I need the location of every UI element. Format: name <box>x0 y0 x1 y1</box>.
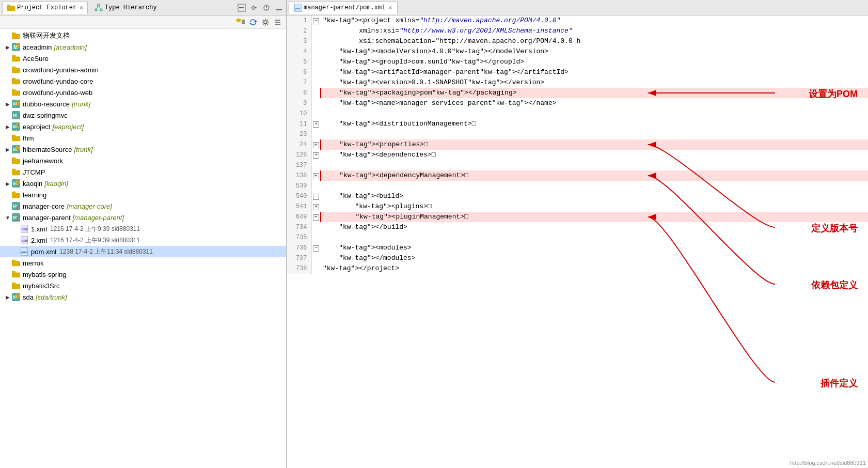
list-item[interactable]: crowdfund-yundao-admin <box>0 64 286 75</box>
collapse-all-button[interactable] <box>236 3 247 13</box>
line-gutter[interactable]: − <box>311 243 321 253</box>
line-gutter[interactable]: + <box>311 119 321 129</box>
line-number: 735 <box>287 232 311 243</box>
svg-line-6 <box>99 6 101 9</box>
pom-file-icon: pom <box>20 247 29 256</box>
line-gutter[interactable] <box>311 222 321 232</box>
line-gutter[interactable] <box>311 67 321 77</box>
expand-button[interactable]: + <box>313 173 319 179</box>
left-panel: Project Explorer ✕ Type Hierarchy <box>0 0 287 468</box>
view-menu-button[interactable] <box>261 3 272 13</box>
line-gutter[interactable]: + <box>311 201 321 212</box>
list-item[interactable]: xml 2.xml 1216 17-4-2 上午9:39 sld880311 <box>0 235 286 246</box>
line-gutter[interactable] <box>311 232 321 243</box>
sync-button[interactable] <box>248 17 258 27</box>
tree-item-label: mybatis3Src <box>23 282 60 290</box>
code-line-541: 541+ "kw-tag"><plugins>□ <box>287 201 868 212</box>
list-item[interactable]: mybatis3Src <box>0 280 286 291</box>
expand-button[interactable]: + <box>313 121 319 128</box>
list-item[interactable]: ▶ M kaoqin [kaoqin] <box>0 178 286 189</box>
list-item[interactable]: ▶ M hibernateSource [trunk] <box>0 144 286 155</box>
line-gutter[interactable] <box>311 263 321 274</box>
line-content: "kw-tag"><plugins>□ <box>321 201 868 212</box>
list-item[interactable]: ▶ M aceadmin [aceadmin] <box>0 41 286 53</box>
line-gutter[interactable]: + <box>311 150 321 160</box>
editor-content[interactable]: 1−"kw-tag"><project xmlns="http://maven.… <box>287 15 868 468</box>
link-editor-button[interactable] <box>249 3 259 13</box>
list-item[interactable]: fhm <box>0 132 286 144</box>
line-gutter[interactable]: + <box>311 139 321 150</box>
list-item[interactable]: JTCMP <box>0 166 286 178</box>
minimize-button[interactable] <box>274 3 284 13</box>
expand-button[interactable]: + <box>313 204 319 210</box>
list-item[interactable]: crowdfund-yundao-core <box>0 75 286 87</box>
svg-rect-16 <box>236 20 238 22</box>
line-content: "kw-tag"><build> <box>321 191 868 201</box>
list-item[interactable]: ▼ M manager-parent [manager-parent] <box>0 212 286 223</box>
line-content: "kw-tag"><distributionManagement>□ <box>321 119 868 129</box>
annotation-text-dep: 依赖包定义 <box>811 279 858 291</box>
collapse-tree-button[interactable] <box>235 17 246 27</box>
line-gutter[interactable]: + <box>311 212 321 222</box>
list-item[interactable]: ▶ M eaproject [eaproject] <box>0 121 286 132</box>
project-icon: M <box>11 100 21 108</box>
line-gutter[interactable] <box>311 77 321 88</box>
line-gutter[interactable] <box>311 108 321 119</box>
line-gutter[interactable] <box>311 46 321 57</box>
tab-project-explorer[interactable]: Project Explorer ✕ <box>2 2 88 14</box>
expand-button[interactable]: + <box>313 214 319 221</box>
line-gutter[interactable] <box>311 57 321 67</box>
editor-tab-pom[interactable]: pom manager-parent/pom.xml ✕ <box>289 2 398 14</box>
line-gutter[interactable] <box>311 88 321 98</box>
tab-type-hierarchy[interactable]: Type Hierarchy <box>90 2 162 14</box>
line-gutter[interactable] <box>311 181 321 191</box>
collapse-button[interactable]: − <box>313 245 319 252</box>
line-gutter[interactable] <box>311 253 321 263</box>
line-content <box>321 108 868 119</box>
list-item[interactable]: jeeframework <box>0 155 286 166</box>
list-item[interactable]: crowdfund-yundao-web <box>0 87 286 98</box>
line-gutter[interactable]: + <box>311 170 321 181</box>
list-item[interactable]: ▶ M sda [sda/trunk] <box>0 291 286 303</box>
svg-point-3 <box>95 9 97 11</box>
list-item[interactable]: mybatis-spring <box>0 269 286 280</box>
list-item[interactable]: 物联网开发文档 <box>0 30 286 41</box>
code-line-10: 10 <box>287 108 868 119</box>
line-number: 9 <box>287 98 311 108</box>
list-item[interactable]: learning <box>0 189 286 200</box>
menu-button[interactable] <box>273 17 283 27</box>
code-line-735: 735 <box>287 232 868 243</box>
line-gutter[interactable] <box>311 36 321 46</box>
settings-button[interactable] <box>260 17 271 27</box>
editor-tab-label: manager-parent/pom.xml <box>304 4 385 11</box>
list-item[interactable]: ▶ M dubbo-resource [trunk] <box>0 98 286 110</box>
svg-rect-63 <box>12 192 15 194</box>
list-item[interactable]: AceSure <box>0 53 286 64</box>
line-gutter[interactable]: − <box>311 15 321 26</box>
project-icon: M <box>11 202 21 210</box>
collapse-button[interactable]: − <box>313 194 319 200</box>
project-explorer-close[interactable]: ✕ <box>80 4 83 11</box>
file-meta: 1238 17-4-2 上午11:34 sld880311 <box>59 247 153 256</box>
file-meta: 1216 17-4-2 上午9:39 sld880311 <box>50 225 140 233</box>
collapse-button[interactable]: − <box>313 18 319 24</box>
svg-rect-66 <box>16 206 20 210</box>
line-content: "kw-tag"><groupId>com.sunld"kw-tag"></gr… <box>321 57 868 67</box>
expand-button[interactable]: + <box>313 152 319 159</box>
line-gutter[interactable]: − <box>311 191 321 201</box>
list-item[interactable]: xml 1.xml 1216 17-4-2 上午9:39 sld880311 <box>0 223 286 235</box>
line-gutter[interactable] <box>311 160 321 170</box>
list-item[interactable]: merrok <box>0 257 286 269</box>
line-gutter[interactable] <box>311 129 321 139</box>
expand-button[interactable]: + <box>313 142 319 148</box>
list-item[interactable]: pom pom.xml 1238 17-4-2 上午11:34 sld88031… <box>0 246 286 257</box>
list-item[interactable]: M manager-core [manager-core] <box>0 200 286 212</box>
tree-item-label: jeeframework <box>23 157 63 165</box>
code-line-128: 128+ "kw-tag"><dependencies>□ <box>287 150 868 160</box>
list-item[interactable]: M dwz-springmvc <box>0 110 286 121</box>
svg-point-11 <box>266 6 267 7</box>
editor-tab-close[interactable]: ✕ <box>388 4 392 11</box>
code-line-23: 23 <box>287 129 868 139</box>
line-gutter[interactable] <box>311 98 321 108</box>
line-gutter[interactable] <box>311 26 321 36</box>
